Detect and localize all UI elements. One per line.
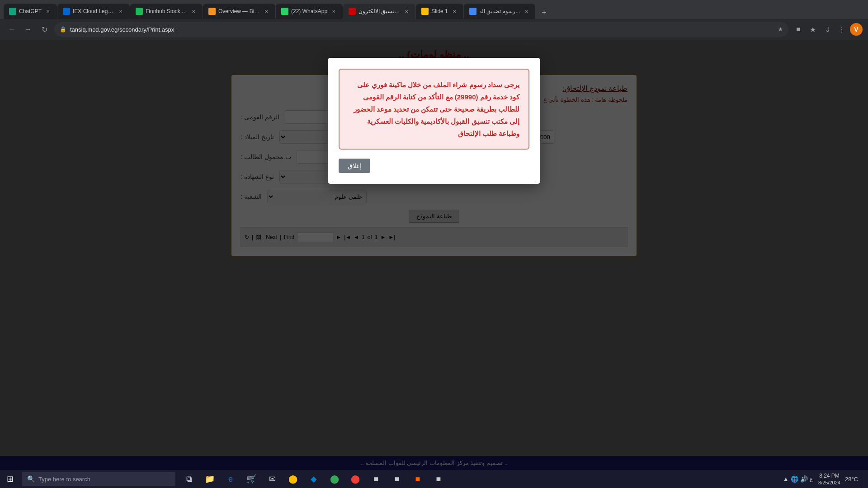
- tab-whatsapp[interactable]: (22) WhatsApp ✕: [276, 4, 343, 19]
- temp-display: 28°C: [845, 476, 858, 483]
- tab-iex-title: IEX Cloud Legac...: [73, 8, 114, 14]
- bookmark-icon[interactable]: ★: [807, 23, 819, 36]
- extensions-icon[interactable]: ■: [792, 23, 805, 36]
- tab-finnhub-title: Finnhub Stock A...: [146, 8, 187, 14]
- tab-overview[interactable]: Overview — Bitb... ✕: [203, 4, 275, 19]
- tab-slide-title: Slide 1: [431, 8, 448, 14]
- back-button[interactable]: ←: [5, 23, 18, 36]
- taskbar-center-buttons: ⧉ 📁 e 🛒 ✉ ⬤ ◆ ⬤ ⬤ ■ ■ ■ ■: [179, 470, 448, 488]
- modal-alert-box: يرجى سداد رسوم شراء الملف من خلال ماكينة…: [339, 69, 529, 150]
- app2-btn[interactable]: ■: [387, 470, 407, 488]
- browser-chrome: ChatGPT ✕ IEX Cloud Legac... ✕ Finnhub S…: [0, 0, 868, 40]
- slide-favicon: [421, 8, 429, 15]
- tab-chatgpt[interactable]: ChatGPT ✕: [4, 4, 57, 19]
- tab-finnhub[interactable]: Finnhub Stock A... ✕: [130, 4, 203, 19]
- iex-favicon: [63, 8, 70, 15]
- tab-tansiq[interactable]: التنسيق الالكترون... ✕: [343, 4, 415, 19]
- tab-overview-title: Overview — Bitb...: [218, 8, 260, 14]
- expand-tray-icon[interactable]: ▲: [783, 475, 789, 483]
- toolbar-icons: ■ ★ ⇓ ⋮ V: [792, 23, 863, 36]
- new-tab-button[interactable]: +: [538, 6, 550, 19]
- tab-slide[interactable]: Slide 1 ✕: [416, 4, 463, 19]
- tab-google-title: رسوم تضديق الد...: [479, 8, 520, 14]
- tab-whatsapp-title: (22) WhatsApp: [291, 8, 327, 14]
- tab-overview-close[interactable]: ✕: [263, 8, 270, 15]
- tab-tansiq-close[interactable]: ✕: [403, 8, 410, 15]
- language-icon[interactable]: ع: [810, 476, 813, 482]
- overview-favicon: [208, 8, 216, 15]
- taskbar: ⊞ 🔍 Type here to search ⧉ 📁 e 🛒 ✉ ⬤ ◆ ⬤ …: [0, 470, 868, 488]
- tab-google-close[interactable]: ✕: [523, 8, 530, 15]
- windows-icon: ⊞: [7, 474, 14, 484]
- forward-button[interactable]: →: [22, 23, 34, 36]
- tab-chatgpt-title: ChatGPT: [19, 8, 42, 14]
- mail-btn[interactable]: ✉: [262, 470, 282, 488]
- start-button[interactable]: ⊞: [0, 470, 20, 488]
- show-desktop-button[interactable]: [861, 470, 864, 488]
- tab-iex-close[interactable]: ✕: [117, 8, 124, 15]
- whatsapp-favicon: [281, 8, 288, 15]
- chrome2-btn[interactable]: ⬤: [325, 470, 344, 488]
- profile-button[interactable]: V: [850, 23, 863, 36]
- taskbar-right: ▲ 🌐 🔊 ع 8:24 PM 8/25/2024 28°C: [783, 470, 868, 488]
- modal-alert-text: يرجى سداد رسوم شراء الملف من خلال ماكينة…: [349, 79, 519, 140]
- download-icon[interactable]: ⇓: [821, 23, 834, 36]
- store-btn[interactable]: 🛒: [241, 470, 261, 488]
- taskbar-time: 8:24 PM: [819, 473, 840, 480]
- url-bar[interactable]: 🔒 tansiq.mod.gov.eg/secondary/Print.aspx…: [54, 22, 788, 37]
- tab-whatsapp-close[interactable]: ✕: [330, 8, 337, 15]
- clock-area[interactable]: 8:24 PM 8/25/2024: [818, 473, 840, 485]
- url-text: tansiq.mod.gov.eg/secondary/Print.aspx: [70, 26, 774, 33]
- task-view-button[interactable]: ⧉: [179, 470, 199, 488]
- reload-button[interactable]: ↻: [38, 23, 51, 36]
- volume-icon[interactable]: 🔊: [800, 475, 808, 483]
- lock-icon: 🔒: [60, 26, 66, 33]
- finnhub-favicon: [136, 8, 143, 15]
- menu-icon[interactable]: ⋮: [835, 23, 848, 36]
- app3-btn[interactable]: ■: [408, 470, 428, 488]
- taskbar-search-placeholder: Type here to search: [38, 476, 90, 483]
- chatgpt-favicon: [9, 8, 16, 15]
- app1-btn[interactable]: ■: [366, 470, 386, 488]
- network-icon[interactable]: 🌐: [791, 475, 798, 483]
- star-icon[interactable]: ★: [778, 26, 783, 33]
- tab-chatgpt-close[interactable]: ✕: [44, 8, 52, 15]
- tab-iex[interactable]: IEX Cloud Legac... ✕: [57, 4, 130, 19]
- tab-google[interactable]: رسوم تضديق الد... ✕: [464, 4, 536, 19]
- sys-tray-icons: ▲ 🌐 🔊 ع: [783, 475, 813, 483]
- tab-bar: ChatGPT ✕ IEX Cloud Legac... ✕ Finnhub S…: [0, 0, 868, 19]
- edge-btn[interactable]: e: [221, 470, 241, 488]
- taskbar-search-box[interactable]: 🔍 Type here to search: [22, 472, 175, 486]
- tab-slide-close[interactable]: ✕: [451, 8, 458, 15]
- app4-btn[interactable]: ■: [429, 470, 448, 488]
- tansiq-favicon: [349, 8, 356, 15]
- address-bar: ← → ↻ 🔒 tansiq.mod.gov.eg/secondary/Prin…: [0, 19, 868, 40]
- tab-finnhub-close[interactable]: ✕: [190, 8, 197, 15]
- file-explorer-btn[interactable]: 📁: [200, 470, 220, 488]
- taskbar-search-icon: 🔍: [27, 475, 35, 483]
- red-btn[interactable]: ⬤: [345, 470, 365, 488]
- tab-tansiq-title: التنسيق الالكترون...: [359, 8, 400, 14]
- modal-close-button[interactable]: إغلاق: [339, 159, 370, 173]
- modal-dialog: يرجى سداد رسوم شراء الملف من خلال ماكينة…: [328, 58, 540, 184]
- chrome-taskbar-btn[interactable]: ⬤: [283, 470, 303, 488]
- taskbar-date: 8/25/2024: [818, 480, 840, 485]
- google-favicon: [469, 8, 476, 15]
- vscode-btn[interactable]: ◆: [304, 470, 324, 488]
- modal-overlay: يرجى سداد رسوم شراء الملف من خلال ماكينة…: [0, 40, 868, 470]
- page-content: .. منظو لومات) .. طباعة نموذج الإلتحاق: …: [0, 40, 868, 470]
